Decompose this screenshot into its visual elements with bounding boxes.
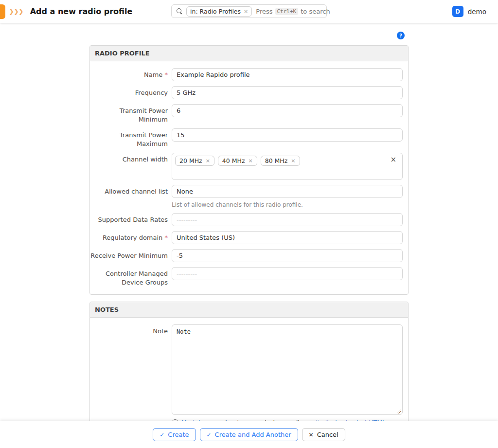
field-row-allowed-channel-list: Allowed channel list List of allowed cha… <box>90 185 403 208</box>
clear-all-icon[interactable]: × <box>390 156 396 163</box>
top-header-bar: ❯❯❯ Add a new radio profile in: Radio Pr… <box>0 0 498 23</box>
search-scope-label: in: Radio Profiles <box>190 8 241 15</box>
controller-groups-label: Controller Managed Device Groups <box>90 267 172 287</box>
channel-width-label: Channel width <box>90 153 172 164</box>
field-row-frequency: Frequency <box>90 86 403 99</box>
channel-width-multiselect[interactable]: 20 MHz × 40 MHz × 80 MHz × × <box>172 153 403 180</box>
field-row-note: Note Note i Markdown syntax is supported… <box>90 324 403 426</box>
controller-groups-select[interactable] <box>172 267 403 280</box>
x-icon: ✕ <box>309 431 314 438</box>
name-label-text: Name <box>144 71 162 78</box>
field-row-regulatory-domain: Regulatory domain * <box>90 231 403 244</box>
regulatory-domain-select[interactable] <box>172 231 403 244</box>
channel-width-tag-label: 20 MHz <box>179 157 202 164</box>
regulatory-domain-label: Regulatory domain * <box>90 231 172 242</box>
field-row-controller-groups: Controller Managed Device Groups <box>90 267 403 287</box>
channel-width-tag-label: 40 MHz <box>222 157 245 164</box>
avatar: D <box>452 6 463 17</box>
search-hint-suffix: to search <box>301 8 330 15</box>
supported-data-rates-select[interactable] <box>172 213 403 226</box>
page-title: Add a new radio profile <box>30 7 133 16</box>
page: { "glyphs": { "breadcrumb": "❯❯❯", "remo… <box>0 0 498 448</box>
radio-profile-card-title: RADIO PROFILE <box>90 46 408 61</box>
create-and-add-another-label: Create and Add Another <box>215 431 291 438</box>
notes-card-title: NOTES <box>90 302 408 318</box>
channel-width-tag[interactable]: 20 MHz × <box>175 156 214 166</box>
ctrl-k-shortcut: Ctrl+K <box>275 8 299 15</box>
search-scope-tag[interactable]: in: Radio Profiles × <box>186 6 252 17</box>
help-row: ? <box>89 23 409 45</box>
required-marker: * <box>165 71 168 78</box>
form-actions-bar: ✓ Create ✓ Create and Add Another ✕ Canc… <box>0 421 498 448</box>
field-row-tx-power-min: Transmit Power Minimum <box>90 104 403 124</box>
rx-power-min-label: Receive Power Minimum <box>90 249 172 260</box>
name-input[interactable] <box>172 68 403 81</box>
frequency-select[interactable] <box>172 86 403 99</box>
radio-profile-card-body: Name * Frequency Transmit Power Minimum <box>90 61 408 294</box>
allowed-channel-list-help: List of allowed channels for this radio … <box>172 201 403 208</box>
check-icon: ✓ <box>160 431 164 438</box>
cancel-button-label: Cancel <box>317 431 338 438</box>
field-row-name: Name * <box>90 68 403 81</box>
user-menu[interactable]: D demo <box>452 6 486 17</box>
remove-tag-icon[interactable]: × <box>206 158 210 164</box>
notes-card: NOTES Note Note i Markdown syntax is sup… <box>89 302 409 434</box>
regulatory-domain-label-text: Regulatory domain <box>103 234 162 241</box>
remove-tag-icon[interactable]: × <box>291 158 295 164</box>
cancel-button[interactable]: ✕ Cancel <box>302 428 345 441</box>
notes-card-body: Note Note i Markdown syntax is supported… <box>90 318 408 434</box>
breadcrumb-chevrons-icon: ❯❯❯ <box>9 8 23 15</box>
channel-width-tag-label: 80 MHz <box>265 157 288 164</box>
tx-power-min-label: Transmit Power Minimum <box>90 104 172 124</box>
channel-width-tag[interactable]: 80 MHz × <box>261 156 300 166</box>
create-and-add-another-button[interactable]: ✓ Create and Add Another <box>200 428 298 441</box>
tx-power-max-label: Transmit Power Maximum <box>90 128 172 148</box>
app-logo[interactable] <box>0 4 5 19</box>
field-row-rx-power-min: Receive Power Minimum <box>90 249 403 262</box>
rx-power-min-input[interactable] <box>172 249 403 262</box>
check-icon: ✓ <box>207 431 212 438</box>
field-row-tx-power-max: Transmit Power Maximum <box>90 128 403 148</box>
allowed-channel-list-label: Allowed channel list <box>90 185 172 196</box>
search-placeholder: Press Ctrl+K to search <box>256 8 330 15</box>
global-search-input[interactable]: in: Radio Profiles × Press Ctrl+K to sea… <box>171 4 327 18</box>
create-button-label: Create <box>168 431 189 438</box>
name-label: Name * <box>90 68 172 79</box>
allowed-channel-list-select[interactable] <box>172 185 403 198</box>
radio-profile-card: RADIO PROFILE Name * Frequency Transmit … <box>89 45 409 295</box>
create-button[interactable]: ✓ Create <box>153 428 196 441</box>
username: demo <box>468 8 486 16</box>
note-label: Note <box>90 324 172 336</box>
field-row-channel-width: Channel width 20 MHz × 40 MHz × 80 MHz <box>90 153 403 180</box>
help-icon[interactable]: ? <box>397 32 405 39</box>
remove-scope-icon[interactable]: × <box>244 8 248 15</box>
frequency-label: Frequency <box>90 86 172 97</box>
field-row-supported-data-rates: Supported Data Rates <box>90 213 403 226</box>
tx-power-max-input[interactable] <box>172 128 403 142</box>
tx-power-min-input[interactable] <box>172 104 403 117</box>
search-hint-prefix: Press <box>256 8 272 15</box>
supported-data-rates-label: Supported Data Rates <box>90 213 172 224</box>
remove-tag-icon[interactable]: × <box>248 158 252 164</box>
channel-width-tag[interactable]: 40 MHz × <box>218 156 257 166</box>
main-content: ? RADIO PROFILE Name * Frequency <box>0 23 498 447</box>
note-textarea[interactable]: Note <box>172 324 403 415</box>
search-icon <box>177 8 182 14</box>
required-marker: * <box>165 234 168 241</box>
